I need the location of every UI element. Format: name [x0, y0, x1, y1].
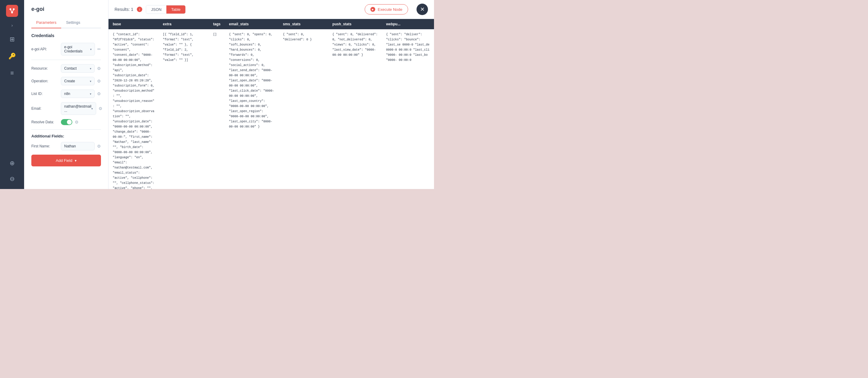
extra-value: [{ "field_id": 1, "format": "text", "val…: [163, 33, 193, 62]
operation-value: Create: [64, 79, 75, 83]
gear-icon[interactable]: ⚙: [97, 79, 101, 84]
gear-icon[interactable]: ⚙: [75, 120, 79, 125]
egoi-api-label: e-goi API:: [31, 47, 59, 51]
chevron-down-icon: ▾: [90, 80, 91, 83]
chevron-down-icon: ▾: [90, 67, 91, 70]
push-stats-value: { "sent": 0, "delivered": 0, "not_delive…: [333, 33, 378, 57]
email-value: nathan@testmail ...: [64, 104, 91, 113]
table-body: { "contact_id": "0f2f7d1dc6", "status": …: [108, 29, 434, 189]
cell-webpu: { "sent": "deliver": "clicks": "bounce":…: [382, 29, 434, 189]
cell-sms-stats: { "sent": 0, "delivered": 0 }: [278, 29, 328, 189]
field-row-list-id: List ID: n8n ▾ ⚙: [31, 90, 101, 98]
first-name-label: First Name:: [31, 144, 59, 148]
zoom-out-icon[interactable]: ⊖: [7, 173, 18, 184]
table-header: base extra tags email_stats sms_stats pu…: [108, 19, 434, 29]
add-field-button[interactable]: Add Field ▾: [31, 155, 101, 166]
grid-icon[interactable]: ⊞: [7, 34, 18, 44]
info-icon[interactable]: i: [137, 7, 142, 12]
zoom-in-icon[interactable]: ⊕: [7, 158, 18, 168]
sms-stats-value: { "sent": 0, "delivered": 0 }: [283, 33, 312, 41]
sidebar-collapse-arrow[interactable]: ›: [11, 23, 13, 28]
modal-overlay: e-goi Parameters Settings Credentials e-…: [24, 0, 434, 189]
table-view-button[interactable]: Table: [166, 5, 185, 13]
field-row-resource: Resource: Contact ▾ ⚙: [31, 64, 101, 73]
key-icon[interactable]: 🔑: [7, 51, 18, 62]
col-base: base: [108, 19, 158, 29]
cell-tags: []: [209, 29, 225, 189]
add-field-label: Add Field: [56, 158, 72, 163]
play-icon: ▶: [370, 7, 375, 12]
cell-push-stats: { "sent": 0, "delivered": 0, "not_delive…: [328, 29, 382, 189]
resolve-data-toggle[interactable]: [61, 119, 72, 125]
results-header: Results: 1 i JSON Table ▶ Execute Node ✕: [108, 0, 434, 19]
resolve-data-toggle-container: [61, 119, 72, 125]
results-label: Results: 1: [115, 7, 133, 12]
results-table: base extra tags email_stats sms_stats pu…: [108, 19, 434, 189]
col-extra: extra: [158, 19, 209, 29]
panel-title: e-goi: [31, 6, 101, 12]
resolve-data-label: Resolve Data:: [31, 120, 59, 124]
panel-header: e-goi Parameters Settings: [24, 0, 108, 28]
tab-parameters[interactable]: Parameters: [31, 17, 61, 28]
list-id-label: List ID:: [31, 92, 59, 96]
base-value: { "contact_id": "0f2f7d1dc6", "status": …: [113, 33, 154, 189]
cell-extra: [{ "field_id": 1, "format": "text", "val…: [158, 29, 209, 189]
resource-label: Resource:: [31, 66, 59, 70]
gear-icon[interactable]: ⚙: [97, 144, 101, 149]
egoi-api-value: e-goi Credentials: [64, 45, 90, 53]
col-push-stats: push_stats: [328, 19, 382, 29]
header-row: base extra tags email_stats sms_stats pu…: [108, 19, 434, 29]
left-panel: e-goi Parameters Settings Credentials e-…: [24, 0, 108, 189]
chevron-down-icon: ▾: [91, 107, 93, 110]
gear-icon[interactable]: ⚙: [97, 91, 101, 96]
cell-email-stats: { "sent": 0, "opens": 0, "clicks": 0, "s…: [225, 29, 279, 189]
gear-icon[interactable]: ⚙: [97, 66, 101, 71]
sidebar: › ⊞ 🔑 ≡ ⊕ ⊖: [0, 0, 24, 189]
tab-settings[interactable]: Settings: [61, 17, 85, 28]
operation-label: Operation:: [31, 79, 59, 83]
resource-select[interactable]: Contact ▾: [61, 64, 95, 73]
execute-node-button[interactable]: ▶ Execute Node: [365, 4, 408, 14]
resource-value: Contact: [64, 66, 76, 70]
col-tags: tags: [209, 19, 225, 29]
field-row-egoi-api: e-goi API: e-goi Credentials ▾ ✏: [31, 43, 101, 56]
email-stats-value: { "sent": 0, "opens": 0, "clicks": 0, "s…: [229, 33, 274, 128]
chevron-down-icon: ▾: [75, 159, 76, 163]
operation-select[interactable]: Create ▾: [61, 77, 95, 85]
table-container: base extra tags email_stats sms_stats pu…: [108, 19, 434, 189]
list-icon[interactable]: ≡: [7, 67, 18, 78]
table-row: { "contact_id": "0f2f7d1dc6", "status": …: [108, 29, 434, 189]
field-row-first-name: First Name: Nathan ⚙: [31, 142, 101, 150]
chevron-down-icon: ▾: [90, 48, 92, 51]
json-view-button[interactable]: JSON: [146, 5, 166, 13]
col-email-stats: email_stats: [225, 19, 279, 29]
tags-value: []: [213, 33, 217, 36]
right-panel: Results: 1 i JSON Table ▶ Execute Node ✕…: [108, 0, 434, 189]
svg-line-3: [10, 9, 12, 13]
cell-base: { "contact_id": "0f2f7d1dc6", "status": …: [108, 29, 158, 189]
svg-line-4: [12, 9, 14, 13]
view-toggle: JSON Table: [146, 5, 186, 14]
field-row-resolve-data: Resolve Data: ⚙: [31, 119, 101, 125]
col-webpu: webpu...: [382, 19, 434, 29]
credentials-section-title: Credentials: [31, 33, 101, 38]
email-label: Email:: [31, 106, 59, 111]
webpu-value: { "sent": "deliver": "clicks": "bounce":…: [386, 33, 430, 62]
edit-icon[interactable]: ✏: [97, 47, 101, 52]
field-row-email: Email: nathan@testmail ... ▾ ⚙: [31, 102, 101, 115]
app-logo: [6, 5, 18, 17]
egoi-api-select[interactable]: e-goi Credentials ▾: [61, 43, 95, 56]
field-row-operation: Operation: Create ▾ ⚙: [31, 77, 101, 85]
close-button[interactable]: ✕: [416, 4, 428, 15]
execute-btn-label: Execute Node: [378, 7, 402, 12]
gear-icon[interactable]: ⚙: [98, 106, 102, 111]
list-id-select[interactable]: n8n ▾: [61, 90, 95, 98]
first-name-value: Nathan: [64, 144, 76, 148]
chevron-down-icon: ▾: [90, 92, 91, 96]
email-select[interactable]: nathan@testmail ... ▾: [61, 102, 96, 115]
panel-body: Credentials e-goi API: e-goi Credentials…: [24, 28, 108, 171]
col-sms-stats: sms_stats: [278, 19, 328, 29]
additional-fields-label: Additional Fields:: [31, 134, 101, 138]
first-name-input[interactable]: Nathan: [61, 142, 95, 150]
list-id-value: n8n: [64, 92, 70, 96]
